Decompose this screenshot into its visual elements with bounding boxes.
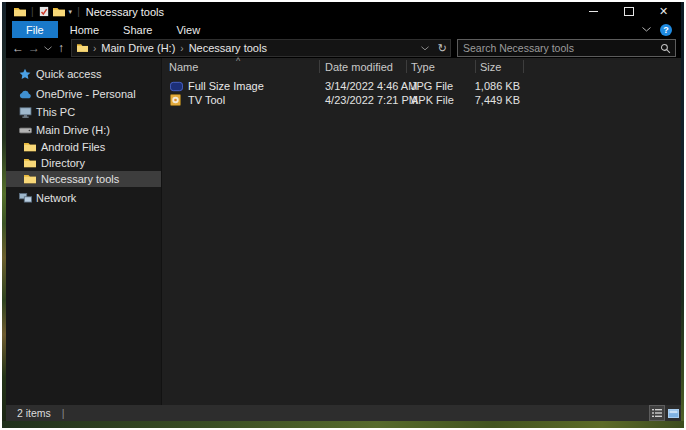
- sidebar-item-label: Quick access: [36, 68, 101, 80]
- breadcrumb-separator: ›: [180, 43, 183, 54]
- file-name: Full Size Image: [188, 80, 264, 92]
- image-file-icon: [170, 81, 183, 92]
- properties-icon[interactable]: [39, 6, 49, 17]
- file-type: APK File: [411, 94, 454, 106]
- explorer-window: | ▾ | Necessary tools ✕ File Home Share …: [6, 2, 681, 421]
- file-date: 4/23/2022 7:21 PM: [325, 94, 418, 106]
- items-count: 2 items: [17, 407, 51, 419]
- tab-share[interactable]: Share: [111, 21, 164, 38]
- status-separator: |: [62, 407, 65, 419]
- search-box[interactable]: [457, 39, 676, 57]
- breadcrumb-folder[interactable]: Necessary tools: [189, 42, 267, 54]
- tab-home[interactable]: Home: [58, 21, 111, 38]
- new-folder-icon[interactable]: [53, 7, 65, 17]
- wallpaper-sliver-bottom: [2, 421, 684, 428]
- back-button[interactable]: ←: [10, 42, 26, 54]
- sidebar-item-label: Network: [36, 192, 76, 204]
- details-view-icon: [652, 409, 662, 417]
- tab-file[interactable]: File: [12, 21, 58, 38]
- file-name: TV Tool: [188, 94, 225, 106]
- apk-file-icon: [170, 94, 183, 106]
- breadcrumb-drive[interactable]: Main Drive (H:): [101, 42, 175, 54]
- file-type: JPG File: [411, 80, 453, 92]
- wallpaper-sliver-right: [681, 2, 684, 428]
- file-rows: Full Size Image 3/14/2022 4:46 AM JPG Fi…: [162, 79, 681, 107]
- close-button[interactable]: ✕: [646, 2, 681, 21]
- file-size: 1,086 KB: [451, 80, 520, 92]
- sidebar-item-label: OneDrive - Personal: [36, 88, 136, 100]
- file-size: 7,449 KB: [451, 94, 520, 106]
- sidebar-item-this-pc[interactable]: This PC: [6, 103, 161, 121]
- column-header-name[interactable]: Name: [169, 61, 198, 73]
- file-row-full-size-image[interactable]: Full Size Image 3/14/2022 4:46 AM JPG Fi…: [162, 79, 681, 93]
- monitor-icon: [18, 107, 32, 118]
- breadcrumb-folder-icon: [77, 43, 88, 53]
- title-bar: | ▾ | Necessary tools ✕: [6, 2, 681, 21]
- folder-icon: [23, 174, 37, 184]
- address-box[interactable]: › Main Drive (H:) › Necessary tools ↻: [71, 39, 451, 57]
- sidebar-item-label: Main Drive (H:): [36, 124, 110, 136]
- main-content: Quick access OneDrive - Personal This PC: [6, 58, 681, 405]
- file-date: 3/14/2022 4:46 AM: [325, 80, 417, 92]
- thumbnail-view-icon: [668, 409, 679, 418]
- file-row-tv-tool[interactable]: TV Tool 4/23/2022 7:21 PM APK File 7,449…: [162, 93, 681, 107]
- forward-button[interactable]: →: [26, 42, 42, 54]
- qat-dropdown-icon[interactable]: ▾: [69, 8, 73, 16]
- column-divider[interactable]: [319, 60, 320, 73]
- column-divider[interactable]: [523, 60, 524, 73]
- details-view-button[interactable]: [649, 405, 665, 421]
- sidebar-item-quick-access[interactable]: Quick access: [6, 65, 161, 83]
- desktop-background: | ▾ | Necessary tools ✕ File Home Share …: [2, 2, 684, 428]
- status-bar: 2 items |: [6, 405, 681, 421]
- sidebar-item-necessary-tools[interactable]: Necessary tools: [6, 171, 161, 187]
- address-bar: ← → ↑ › Main Drive (H:) › Necessary tool…: [6, 38, 681, 58]
- separator: |: [77, 6, 80, 17]
- window-folder-icon: [14, 7, 26, 17]
- view-toggle-buttons: [649, 405, 681, 421]
- tab-view[interactable]: View: [164, 21, 212, 38]
- search-icon: [660, 43, 671, 54]
- separator: |: [31, 6, 34, 17]
- column-headers: Name Date modified Type Size: [162, 58, 681, 76]
- ribbon-tab-row: File Home Share View ?: [6, 21, 681, 38]
- ribbon-collapse-icon[interactable]: [642, 27, 651, 32]
- breadcrumb-separator: ›: [93, 43, 96, 54]
- column-header-type[interactable]: Type: [411, 61, 435, 73]
- column-divider[interactable]: [475, 60, 476, 73]
- star-icon: [18, 68, 32, 80]
- sidebar-item-main-drive[interactable]: Main Drive (H:): [6, 121, 161, 139]
- search-input[interactable]: [463, 42, 660, 54]
- minimize-icon: [589, 11, 598, 12]
- column-header-date-modified[interactable]: Date modified: [325, 61, 393, 73]
- recent-locations-icon[interactable]: [42, 46, 54, 51]
- column-header-size[interactable]: Size: [480, 61, 501, 73]
- sidebar-item-network[interactable]: Network: [6, 189, 161, 207]
- sidebar-item-label: Necessary tools: [41, 173, 119, 185]
- drive-icon: [18, 127, 32, 134]
- sidebar-item-label: Android Files: [41, 141, 105, 153]
- sidebar-item-label: This PC: [36, 106, 75, 118]
- network-icon: [18, 193, 32, 203]
- help-icon[interactable]: ?: [660, 24, 672, 36]
- window-title: Necessary tools: [86, 6, 164, 18]
- cloud-icon: [18, 90, 32, 99]
- close-icon: ✕: [659, 6, 668, 17]
- caption-buttons: ✕: [576, 2, 681, 21]
- maximize-icon: [624, 7, 634, 16]
- minimize-button[interactable]: [576, 2, 611, 21]
- file-list-pane[interactable]: ^ Name Date modified Type Size: [162, 58, 681, 405]
- sidebar-item-label: Directory: [41, 157, 85, 169]
- navigation-sidebar: Quick access OneDrive - Personal This PC: [6, 58, 162, 405]
- folder-icon: [23, 142, 37, 152]
- up-button[interactable]: ↑: [54, 42, 68, 54]
- maximize-button[interactable]: [611, 2, 646, 21]
- sidebar-item-android-files[interactable]: Android Files: [6, 139, 161, 155]
- thumbnail-view-button[interactable]: [665, 405, 681, 421]
- sidebar-item-onedrive[interactable]: OneDrive - Personal: [6, 85, 161, 103]
- sidebar-item-directory[interactable]: Directory: [6, 155, 161, 171]
- address-dropdown-icon[interactable]: [421, 46, 429, 51]
- column-divider[interactable]: [406, 60, 407, 73]
- refresh-icon[interactable]: ↻: [438, 42, 447, 55]
- folder-icon: [23, 158, 37, 168]
